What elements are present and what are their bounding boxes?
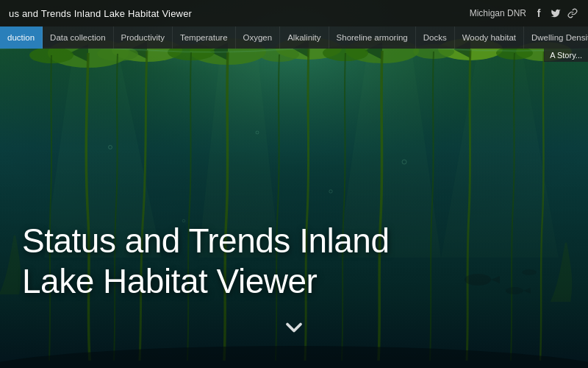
- nav-tab-dwelling-density[interactable]: Dwelling Density: [524, 26, 588, 49]
- top-bar: us and Trends Inland Lake Habitat Viewer…: [0, 0, 588, 26]
- main-title: Status and Trends Inland Lake Habitat Vi…: [22, 221, 389, 302]
- scroll-down-chevron[interactable]: [281, 314, 307, 346]
- nav-tab-woody-habitat[interactable]: Woody habitat: [455, 26, 524, 49]
- facebook-icon[interactable]: f: [532, 7, 545, 20]
- organization-name: Michigan DNR: [470, 8, 526, 18]
- nav-tab-alkalinity[interactable]: Alkalinity: [280, 26, 329, 49]
- twitter-icon[interactable]: [549, 7, 562, 20]
- social-icons: f: [532, 7, 579, 20]
- share-link-icon[interactable]: [566, 7, 579, 20]
- nav-tab-oxygen[interactable]: Oxygen: [236, 26, 281, 49]
- nav-tab-shoreline-armoring[interactable]: Shoreline armoring: [329, 26, 416, 49]
- nav-tab-introduction[interactable]: duction: [0, 26, 43, 49]
- nav-tab-temperature[interactable]: Temperature: [173, 26, 236, 49]
- app-title: us and Trends Inland Lake Habitat Viewer: [9, 8, 192, 19]
- story-label[interactable]: A Story...: [544, 49, 588, 62]
- nav-tab-data-collection[interactable]: Data collection: [43, 26, 113, 49]
- nav-tabs: ductionData collectionProductivityTemper…: [0, 26, 588, 49]
- nav-tab-docks[interactable]: Docks: [416, 26, 455, 49]
- top-bar-right: Michigan DNR f: [470, 7, 579, 20]
- nav-tab-productivity[interactable]: Productivity: [114, 26, 173, 49]
